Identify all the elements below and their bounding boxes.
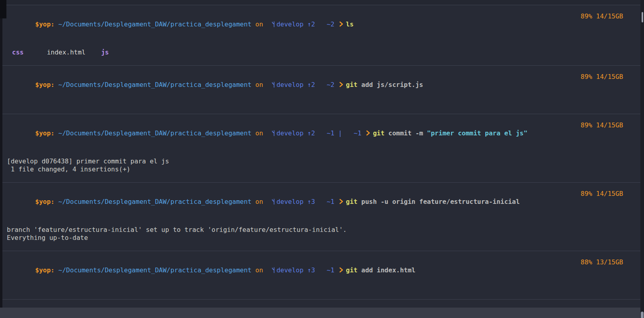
git-dirty-count: ~1 (315, 266, 338, 274)
prompt-user: $yop: (35, 198, 59, 205)
terminal-window: $yop: ~/Documents/Desplegament_DAW/pract… (0, 0, 644, 318)
command-name: git (346, 266, 358, 274)
status-indicator: 88% 13/15GB (581, 258, 623, 266)
command-block: $yop: ~/Documents/Desplegament_DAW/pract… (0, 5, 644, 65)
command-name: git (373, 129, 385, 137)
command-block: $yop: ~/Documents/Desplegament_DAW/pract… (0, 182, 644, 251)
prompt-path: ~/Documents/Desplegament_DAW/practica_de… (59, 81, 252, 89)
git-branch-icon (271, 198, 276, 205)
prompt-path: ~/Documents/Desplegament_DAW/practica_de… (59, 129, 252, 137)
git-dirty-count: ~1 | ~1 (315, 129, 365, 137)
command-args: add js/script.js (357, 81, 423, 89)
git-branch-icon (271, 21, 276, 28)
git-branch-segment: develop ↑2 (271, 129, 315, 137)
prompt-line: $yop: ~/Documents/Desplegament_DAW/pract… (0, 258, 644, 290)
prompt-user: $yop: (35, 81, 59, 89)
output-line: Everything up-to-date (0, 234, 644, 242)
prompt-chevron-icon (339, 21, 343, 27)
status-indicator: 89% 14/15GB (581, 12, 623, 20)
git-dirty-count: ~2 (315, 20, 338, 28)
status-indicator: 89% 14/15GB (581, 190, 623, 198)
git-dirty-count: ~1 (315, 198, 338, 205)
ls-directory: js (101, 48, 109, 56)
prompt-user: $yop: (35, 129, 59, 137)
command-block: $yop: ~/Documents/Desplegament_DAW/pract… (0, 65, 644, 114)
output-line: branch 'feature/estructura-inicial' set … (0, 226, 644, 234)
prompt-on: on (251, 20, 271, 28)
git-branch-segment: develop ↑3 (271, 266, 315, 274)
prompt-path: ~/Documents/Desplegament_DAW/practica_de… (59, 20, 252, 28)
git-branch-icon (271, 267, 276, 274)
prompt-line: $yop: ~/Documents/Desplegament_DAW/pract… (0, 73, 644, 105)
prompt-line: $yop: ~/Documents/Desplegament_DAW/pract… (0, 12, 644, 44)
prompt-chevron-icon (339, 198, 343, 205)
prompt-chevron-icon (366, 130, 370, 136)
scrollbar-track[interactable] (640, 0, 644, 318)
git-branch-icon (271, 81, 276, 88)
scrollbar-bottom-thumb[interactable] (641, 312, 644, 318)
prompt-path: ~/Documents/Desplegament_DAW/practica_de… (59, 266, 252, 274)
status-indicator: 89% 14/15GB (581, 73, 623, 81)
ls-file: index.html (47, 48, 85, 56)
prompt-user: $yop: (35, 20, 59, 28)
output-line: [develop d076438] primer commit para el … (0, 157, 644, 165)
output-line: 1 file changed, 4 insertions(+) (0, 165, 644, 173)
terminal-corner-shade (0, 0, 6, 18)
status-indicator: 89% 14/15GB (581, 121, 623, 129)
prompt-line: $yop: ~/Documents/Desplegament_DAW/pract… (0, 121, 644, 153)
git-branch-icon (271, 130, 276, 137)
prompt-path: ~/Documents/Desplegament_DAW/practica_de… (59, 198, 252, 205)
ls-directory: css (12, 48, 24, 56)
prompt-on: on (251, 129, 271, 137)
prompt-on: on (251, 266, 271, 274)
command-args: push -u origin feature/estructura-inicia… (357, 198, 520, 205)
command-args: commit -m (385, 129, 427, 137)
command-name: ls (346, 20, 354, 28)
prompt-on: on (251, 198, 271, 205)
terminal-top-padding (0, 0, 644, 5)
prompt-on: on (251, 81, 271, 89)
command-name: git (346, 81, 358, 89)
ls-output-line: cssindex.htmljs (0, 48, 644, 56)
git-branch-segment: develop ↑3 (271, 198, 315, 205)
prompt-line: $yop: ~/Documents/Desplegament_DAW/pract… (0, 190, 644, 222)
scrollbar-thumb[interactable] (642, 12, 643, 22)
command-args: add index.html (357, 266, 415, 274)
prompt-chevron-icon (339, 267, 343, 273)
terminal-bottom-bar (0, 308, 644, 318)
command-name: git (346, 198, 358, 205)
prompt-chevron-icon (339, 81, 343, 88)
git-dirty-count: ~2 (315, 81, 338, 89)
git-branch-segment: develop ↑2 (271, 20, 315, 28)
terminal-left-edge (0, 0, 2, 318)
command-block: $yop: ~/Documents/Desplegament_DAW/pract… (0, 251, 644, 299)
git-branch-segment: develop ↑2 (271, 81, 315, 89)
command-block: $yop: ~/Documents/Desplegament_DAW/pract… (0, 114, 644, 182)
prompt-user: $yop: (35, 266, 59, 274)
command-string: "primer commit para el js" (427, 129, 527, 137)
